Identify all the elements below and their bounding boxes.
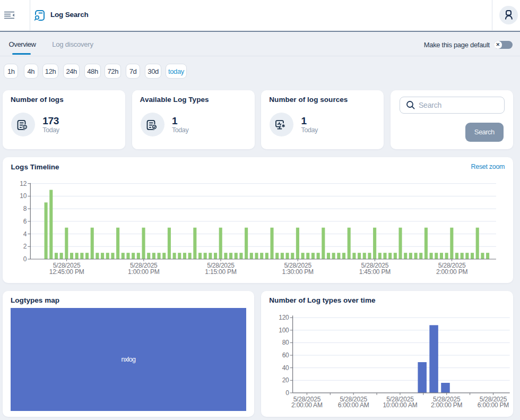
svg-text:12: 12 [20,180,27,187]
svg-text:40: 40 [282,364,289,371]
svg-text:10: 10 [20,192,27,200]
svg-text:2:00:00 AM: 2:00:00 AM [291,401,323,409]
svg-text:20: 20 [282,376,289,384]
svg-text:10:00:00 AM: 10:00:00 AM [383,401,418,409]
svg-text:12:45:00 PM: 12:45:00 PM [49,268,84,276]
svg-text:1:30:00 PM: 1:30:00 PM [282,268,314,276]
svg-text:1:45:00 PM: 1:45:00 PM [359,268,391,276]
svg-text:80: 80 [282,339,289,346]
svg-text:6:00:00 PM: 6:00:00 PM [478,401,509,409]
svg-text:2: 2 [23,243,27,250]
svg-text:60: 60 [282,352,289,359]
svg-text:2:00:00 PM: 2:00:00 PM [436,268,468,276]
svg-text:1:00:00 PM: 1:00:00 PM [128,268,160,276]
svg-text:6:00:00 AM: 6:00:00 AM [338,401,369,409]
svg-text:4: 4 [23,230,27,238]
svg-text:0: 0 [23,255,27,263]
svg-text:120: 120 [279,314,289,321]
svg-text:100: 100 [279,326,289,333]
svg-text:1:15:00 PM: 1:15:00 PM [205,268,237,276]
svg-text:2:00:00 PM: 2:00:00 PM [431,401,462,409]
svg-text:0: 0 [285,389,289,396]
svg-text:8: 8 [23,205,27,212]
svg-text:6: 6 [23,218,27,225]
